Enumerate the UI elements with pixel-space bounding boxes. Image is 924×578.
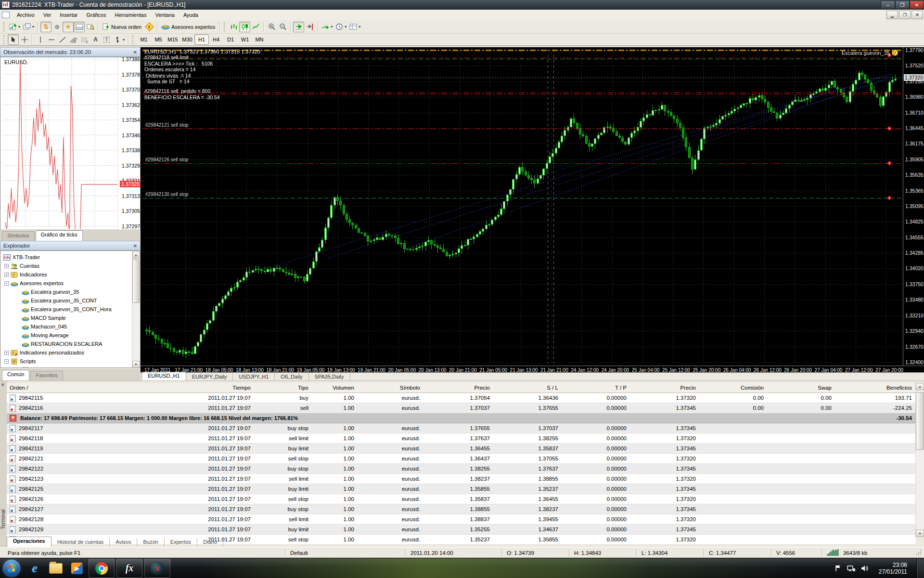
tree-item-cuentas[interactable]: +Cuentas [4, 262, 39, 270]
menu-item-archivo[interactable]: Archivo [13, 11, 39, 19]
terminal-tab-historial-de-cuentas[interactable]: Historial de cuentas [51, 538, 110, 547]
tree-item-macd-sample[interactable]: MACD Sample [22, 314, 66, 322]
timeframe-m5[interactable]: M5 [151, 34, 166, 45]
show-desktop-button[interactable] [917, 558, 924, 578]
mdi-minimize-button[interactable]: ▁ [886, 11, 898, 19]
order-row[interactable]: 298421172011.01.27 19:07buy stop1.00euru… [7, 423, 916, 434]
scroll-thumb[interactable] [132, 260, 140, 303]
periods-dropdown-icon[interactable]: ▾ [345, 25, 346, 29]
menu-item-insertar[interactable]: Insertar [55, 11, 82, 19]
zoom-out-button[interactable] [277, 22, 288, 32]
order-row[interactable]: 298421252011.01.27 19:07buy limit1.00eur… [7, 484, 916, 494]
templates-dropdown-icon[interactable]: ▾ [359, 25, 360, 29]
tree-item-asesores-expertos[interactable]: −Asesores expertos [4, 279, 64, 288]
scroll-thumb[interactable] [916, 392, 924, 450]
zoom-in-button[interactable] [266, 22, 277, 32]
network-icon[interactable] [847, 565, 856, 572]
tree-expand-icon[interactable]: + [4, 273, 9, 277]
trendline-button[interactable] [57, 34, 68, 45]
new-order-button[interactable]: Nueva orden [101, 22, 144, 32]
tab-com-n[interactable]: Común [2, 370, 29, 381]
order-row[interactable]: 298421232011.01.27 19:07sell limit1.00eu… [7, 474, 916, 484]
terminal-button[interactable] [74, 22, 85, 32]
tab-gr-fico-de-ticks[interactable]: Gráfico de ticks [36, 230, 83, 241]
scroll-down-icon[interactable]: ▼ [132, 361, 140, 368]
strategy-tester-button[interactable] [85, 22, 96, 32]
new-chart-button[interactable]: ▾ [8, 22, 22, 32]
tree-item-indicadores-personalizados[interactable]: +fIndicadores personalizados [4, 348, 84, 357]
order-row[interactable]: 298421162011.01.27 19:07sell1.00eurusd.1… [7, 403, 916, 413]
terminal-tab-buz-n[interactable]: Buzón [137, 538, 164, 547]
price-axis[interactable]: 1.377901.375201.372501.369801.367101.364… [903, 47, 924, 366]
chart-tab-usdjpy-h1[interactable]: USDJPY.,H1 [233, 373, 275, 381]
bar-chart-button[interactable] [228, 22, 239, 32]
terminal-scrollbar[interactable]: ▲ ▼ [915, 383, 924, 537]
file-explorer-icon[interactable] [49, 561, 63, 576]
maximize-button[interactable]: ❐ [895, 0, 910, 9]
taskbar-clock[interactable]: 23:06 27/01/2011 [879, 562, 907, 575]
terminal-tab-expertos[interactable]: Expertos [165, 538, 197, 547]
tree-item-scripts[interactable]: −Scripts [4, 357, 36, 366]
menu-item-ventana[interactable]: Ventana [151, 11, 179, 19]
text-button[interactable]: A [90, 34, 101, 45]
cursor-button[interactable] [8, 34, 19, 45]
scroll-up-icon[interactable]: ▲ [916, 383, 924, 390]
menu-item-ver[interactable]: Ver [39, 11, 56, 19]
timeframe-m30[interactable]: M30 [180, 34, 194, 45]
templates-button[interactable]: ▾ [348, 22, 362, 32]
arrows-button[interactable]: ▾ [112, 34, 126, 45]
scroll-down-icon[interactable]: ▼ [916, 530, 924, 537]
start-button[interactable] [3, 560, 20, 577]
scroll-up-icon[interactable]: ▲ [132, 251, 140, 259]
tab-s-mbolos[interactable]: Símbolos [2, 231, 35, 241]
timeframe-mn[interactable]: MN [252, 34, 267, 45]
tree-item-escalera-guevon-35[interactable]: Escalera guevon_35 [22, 288, 79, 296]
order-row[interactable]: 298421212011.01.27 19:07sell stop1.00eur… [7, 454, 916, 464]
xtb-taskbar-button[interactable]: x [144, 559, 170, 578]
line-chart-button[interactable] [250, 22, 261, 32]
crosshair-button[interactable] [19, 34, 30, 45]
market-watch-close-icon[interactable]: ✕ [133, 50, 137, 55]
tree-item-machacon-045[interactable]: Machacon_045 [22, 322, 67, 331]
tree-item-restauracion-escalera[interactable]: RESTAURACION ESCALERA [22, 340, 102, 348]
timeframe-h1[interactable]: H1 [194, 34, 209, 45]
menu-item-gráficos[interactable]: Gráficos [82, 11, 111, 19]
expert-advisors-button[interactable]: Asesores expertos [160, 22, 218, 32]
channel-button[interactable]: E [68, 34, 79, 45]
order-row[interactable]: 298421262011.01.27 19:07sell stop1.00eur… [7, 494, 916, 504]
balance-row[interactable]: ▼Balance: 17 698.69 Patrimonio: 17 668.1… [7, 413, 916, 423]
tree-expand-icon[interactable]: − [4, 281, 9, 286]
profiles-button[interactable]: ▾ [22, 22, 36, 32]
order-row[interactable]: 298421292011.01.27 19:07buy limit1.00eur… [7, 525, 916, 535]
mdi-close-button[interactable]: ✕ [911, 11, 923, 19]
order-row[interactable]: 298421222011.01.27 19:07buy stop1.00euru… [7, 464, 916, 474]
volume-icon[interactable] [860, 565, 869, 572]
arrows-dropdown-icon[interactable]: ▾ [123, 38, 125, 42]
profiles-dropdown-icon[interactable]: ▾ [32, 25, 34, 29]
navigator-scrollbar[interactable]: ▲ ▼ [132, 251, 140, 368]
vline-button[interactable] [35, 34, 46, 45]
timeframe-m15[interactable]: M15 [166, 34, 180, 45]
tab-favoritos[interactable]: Favoritos [30, 371, 63, 381]
chart-shift-button[interactable] [304, 22, 315, 32]
tree-item-escalera-guevon-35-cont-hora[interactable]: Escalera guevon_35_CONT_Hora [22, 305, 112, 314]
terminal-close-icon[interactable]: ✕ [1, 382, 5, 387]
terminal-tab-operaciones[interactable]: Operaciones [7, 537, 51, 547]
navigator-close-icon[interactable]: ✕ [133, 243, 137, 249]
order-row[interactable]: 298421192011.01.27 19:07buy limit1.00eur… [7, 444, 916, 454]
flag-icon[interactable] [834, 565, 842, 572]
timeframe-h4[interactable]: H4 [209, 34, 223, 45]
metaeditor-button[interactable]: ! [144, 22, 155, 32]
market-watch-button[interactable]: ⇅ [40, 22, 51, 32]
timeframe-w1[interactable]: W1 [238, 34, 252, 45]
tree-expand-icon[interactable]: + [4, 351, 9, 355]
indicators-button[interactable]: ▾ [320, 22, 334, 32]
order-row[interactable]: 298421272011.01.27 19:07buy stop1.00euru… [7, 504, 916, 514]
fibonacci-button[interactable]: F [79, 34, 90, 45]
tree-item-xtb-trader[interactable]: XTB-Trader [3, 253, 40, 262]
timeframe-d1[interactable]: D1 [223, 34, 238, 45]
chart-window[interactable]: EURUSD.,H1 1.37323 1.37360 1.37315 1.373… [141, 47, 924, 372]
price-chart-canvas[interactable] [142, 49, 903, 364]
media-player-icon[interactable]: ▶ [70, 561, 84, 576]
indicators-dropdown-icon[interactable]: ▾ [331, 25, 333, 29]
